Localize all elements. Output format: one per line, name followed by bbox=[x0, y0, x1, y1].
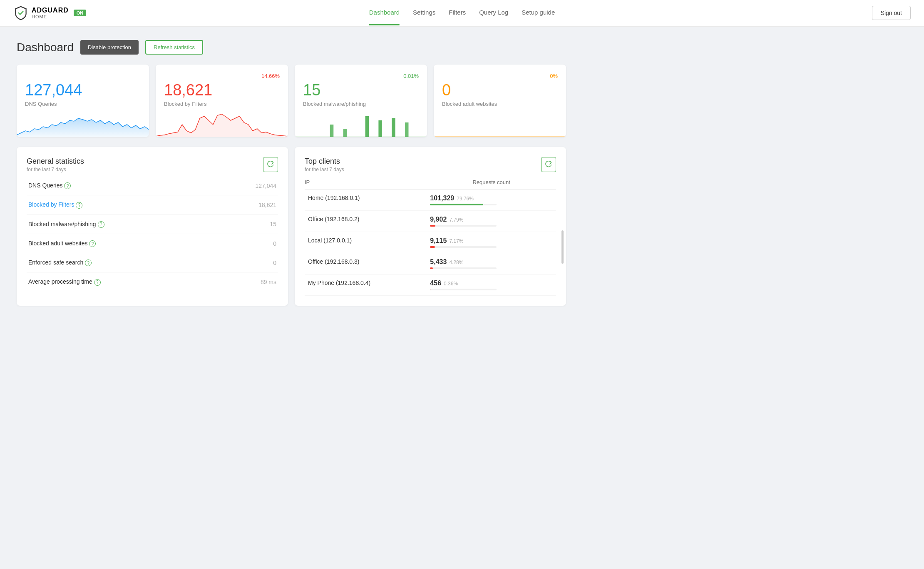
client-count-4: 4560.36% bbox=[427, 275, 556, 296]
dns-queries-percent-row bbox=[25, 73, 141, 81]
client-percent-4: 0.36% bbox=[444, 281, 458, 287]
stats-label-3: Blocked adult websites? bbox=[27, 234, 219, 253]
client-name-0: Home (192.168.0.1) bbox=[305, 189, 427, 211]
client-count-value-1: 9,902 bbox=[430, 216, 447, 223]
refresh-icon bbox=[267, 161, 274, 168]
top-clients-card: Top clients for the last 7 days IP Reque… bbox=[295, 147, 566, 306]
top-clients-table: IP Requests count Home (192.168.0.1)101,… bbox=[305, 179, 556, 296]
stats-label-5: Average processing time? bbox=[27, 272, 219, 292]
client-count-2: 9,1157.17% bbox=[427, 232, 556, 253]
stats-value-0: 127,044 bbox=[219, 176, 278, 195]
top-clients-header: Top clients for the last 7 days bbox=[305, 157, 556, 172]
blocked-malware-percent-row: 0.01% bbox=[303, 73, 419, 81]
help-icon-2[interactable]: ? bbox=[98, 221, 104, 228]
nav-settings[interactable]: Settings bbox=[413, 0, 435, 25]
stats-row-2: Blocked malware/phishing?15 bbox=[27, 215, 278, 234]
client-percent-1: 7.79% bbox=[449, 217, 463, 223]
client-name-3: Office (192.168.0.3) bbox=[305, 253, 427, 275]
client-count-1: 9,9027.79% bbox=[427, 211, 556, 232]
stats-label-1[interactable]: Blocked by Filters? bbox=[27, 195, 219, 215]
top-clients-subtitle: for the last 7 days bbox=[305, 167, 344, 172]
blocked-malware-value: 15 bbox=[303, 81, 419, 99]
blocked-filters-percent: 14.66% bbox=[261, 73, 280, 81]
stats-row-1: Blocked by Filters?18,621 bbox=[27, 195, 278, 215]
client-percent-2: 7.17% bbox=[449, 238, 463, 244]
nav-setup-guide[interactable]: Setup guide bbox=[522, 0, 555, 25]
stats-row-3: Blocked adult websites?0 bbox=[27, 234, 278, 253]
protection-status-badge: ON bbox=[74, 10, 87, 16]
stats-value-5: 89 ms bbox=[219, 272, 278, 292]
blocked-adult-percent: 0% bbox=[550, 73, 558, 81]
svg-rect-3 bbox=[378, 120, 382, 137]
top-clients-title-block: Top clients for the last 7 days bbox=[305, 157, 344, 172]
disable-protection-button[interactable]: Disable protection bbox=[80, 40, 139, 55]
blocked-filters-value: 18,621 bbox=[164, 81, 280, 99]
adguard-shield-icon bbox=[13, 5, 28, 20]
client-bar-fill-2 bbox=[430, 246, 435, 248]
nav-query-log[interactable]: Query Log bbox=[479, 0, 508, 25]
logo: ADGUARD HOME ON bbox=[13, 5, 86, 20]
client-bar-container-0 bbox=[430, 204, 497, 205]
client-bar-container-3 bbox=[430, 267, 497, 269]
nav-filters[interactable]: Filters bbox=[449, 0, 466, 25]
client-bar-fill-1 bbox=[430, 225, 435, 227]
general-statistics-title: General statistics bbox=[27, 157, 84, 166]
svg-rect-2 bbox=[365, 116, 369, 137]
dns-queries-chart bbox=[17, 112, 149, 137]
client-name-2: Local (127.0.0.1) bbox=[305, 232, 427, 253]
client-count-3: 5,4334.28% bbox=[427, 253, 556, 275]
dns-queries-label: DNS Queries bbox=[25, 101, 141, 107]
blocked-malware-label: Blocked malware/phishing bbox=[303, 101, 419, 107]
svg-rect-0 bbox=[330, 125, 333, 137]
dns-queries-value: 127,044 bbox=[25, 81, 141, 99]
logo-text: ADGUARD HOME bbox=[32, 7, 69, 19]
blocked-malware-chart bbox=[295, 112, 427, 137]
stat-cards-row: 127,044 DNS Queries 14.66% bbox=[17, 65, 566, 137]
header: ADGUARD HOME ON Dashboard Settings Filte… bbox=[0, 0, 924, 27]
client-row-1: Office (192.168.0.2)9,9027.79% bbox=[305, 211, 556, 232]
client-row-4: My Phone (192.168.0.4)4560.36% bbox=[305, 275, 556, 296]
client-count-value-4: 456 bbox=[430, 280, 441, 287]
stats-label-0: DNS Queries? bbox=[27, 176, 219, 195]
blocked-adult-card: 0% 0 Blocked adult websites bbox=[434, 65, 566, 137]
top-clients-title: Top clients bbox=[305, 157, 344, 166]
client-count-value-2: 9,115 bbox=[430, 237, 447, 244]
refresh-statistics-button[interactable]: Refresh statistics bbox=[145, 40, 203, 55]
help-icon-1[interactable]: ? bbox=[76, 202, 82, 209]
page-title: Dashboard bbox=[17, 41, 74, 54]
client-row-0: Home (192.168.0.1)101,32979.76% bbox=[305, 189, 556, 211]
client-bar-container-1 bbox=[430, 225, 497, 227]
client-bar-fill-4 bbox=[430, 289, 430, 290]
client-count-value-0: 101,329 bbox=[430, 195, 454, 202]
general-statistics-refresh-button[interactable] bbox=[263, 157, 278, 172]
blocked-filters-card: 14.66% 18,621 Blocked by Filters bbox=[156, 65, 288, 137]
col-ip-header: IP bbox=[305, 179, 427, 189]
general-statistics-card: General statistics for the last 7 days D… bbox=[17, 147, 288, 306]
help-icon-4[interactable]: ? bbox=[85, 260, 92, 266]
client-row-3: Office (192.168.0.3)5,4334.28% bbox=[305, 253, 556, 275]
stats-value-4: 0 bbox=[219, 253, 278, 272]
general-statistics-header: General statistics for the last 7 days bbox=[27, 157, 278, 172]
blocked-adult-percent-row: 0% bbox=[442, 73, 558, 81]
svg-rect-4 bbox=[392, 118, 395, 137]
stats-value-3: 0 bbox=[219, 234, 278, 253]
top-clients-refresh-button[interactable] bbox=[541, 157, 556, 172]
general-statistics-subtitle: for the last 7 days bbox=[27, 167, 84, 172]
help-icon-5[interactable]: ? bbox=[94, 279, 101, 286]
blocked-filters-percent-row: 14.66% bbox=[164, 73, 280, 81]
refresh-icon bbox=[545, 161, 552, 168]
scrollbar-indicator[interactable] bbox=[561, 230, 564, 264]
stats-label-4: Enforced safe search? bbox=[27, 253, 219, 272]
stats-value-2: 15 bbox=[219, 215, 278, 234]
blocked-adult-value: 0 bbox=[442, 81, 558, 99]
main-nav: Dashboard Settings Filters Query Log Set… bbox=[369, 0, 555, 25]
help-icon-3[interactable]: ? bbox=[89, 240, 96, 247]
client-bar-container-2 bbox=[430, 246, 497, 248]
nav-dashboard[interactable]: Dashboard bbox=[369, 0, 400, 25]
client-count-value-3: 5,433 bbox=[430, 258, 447, 265]
client-percent-3: 4.28% bbox=[449, 260, 463, 265]
client-percent-0: 79.76% bbox=[457, 196, 474, 202]
sign-out-button[interactable]: Sign out bbox=[872, 6, 911, 20]
help-icon-0[interactable]: ? bbox=[64, 182, 71, 189]
general-statistics-title-block: General statistics for the last 7 days bbox=[27, 157, 84, 172]
